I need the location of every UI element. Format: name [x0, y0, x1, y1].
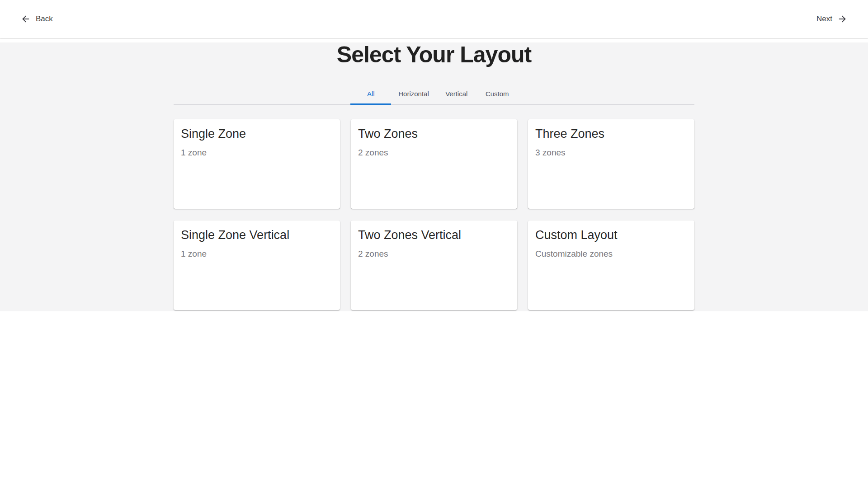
- next-button[interactable]: Next: [813, 11, 851, 27]
- back-button[interactable]: Back: [17, 11, 57, 27]
- layout-card-two-zones[interactable]: Two Zones 2 zones: [351, 119, 517, 209]
- card-title: Three Zones: [535, 127, 687, 141]
- card-subtitle: 1 zone: [181, 147, 333, 158]
- card-subtitle: 3 zones: [535, 147, 687, 158]
- arrow-right-icon: [837, 14, 847, 24]
- card-subtitle: 2 zones: [358, 147, 510, 158]
- arrow-left-icon: [21, 14, 31, 24]
- card-subtitle: 2 zones: [358, 249, 510, 259]
- layout-card-single-zone-vertical[interactable]: Single Zone Vertical 1 zone: [174, 221, 340, 310]
- layout-card-grid: Single Zone 1 zone Two Zones 2 zones Thr…: [174, 119, 694, 310]
- back-button-label: Back: [36, 14, 53, 23]
- card-title: Two Zones: [358, 127, 510, 141]
- layout-card-three-zones[interactable]: Three Zones 3 zones: [528, 119, 694, 209]
- layout-card-two-zones-vertical[interactable]: Two Zones Vertical 2 zones: [351, 221, 517, 310]
- card-title: Single Zone: [181, 127, 333, 141]
- next-button-label: Next: [816, 14, 832, 23]
- card-title: Single Zone Vertical: [181, 228, 333, 242]
- layout-filter-tabs: All Horizontal Vertical Custom: [174, 84, 694, 105]
- tab-vertical[interactable]: Vertical: [436, 84, 477, 105]
- card-title: Custom Layout: [535, 228, 687, 242]
- wizard-header: Back Next: [0, 0, 868, 38]
- page-title: Select Your Layout: [0, 42, 868, 67]
- card-subtitle: Customizable zones: [535, 249, 687, 259]
- card-title: Two Zones Vertical: [358, 228, 510, 242]
- tab-custom[interactable]: Custom: [477, 84, 518, 105]
- card-subtitle: 1 zone: [181, 249, 333, 259]
- layout-selection-panel: Select Your Layout All Horizontal Vertic…: [0, 42, 868, 311]
- tab-horizontal[interactable]: Horizontal: [391, 84, 436, 105]
- layout-card-custom-layout[interactable]: Custom Layout Customizable zones: [528, 221, 694, 310]
- layout-card-single-zone[interactable]: Single Zone 1 zone: [174, 119, 340, 209]
- tab-all[interactable]: All: [350, 84, 391, 105]
